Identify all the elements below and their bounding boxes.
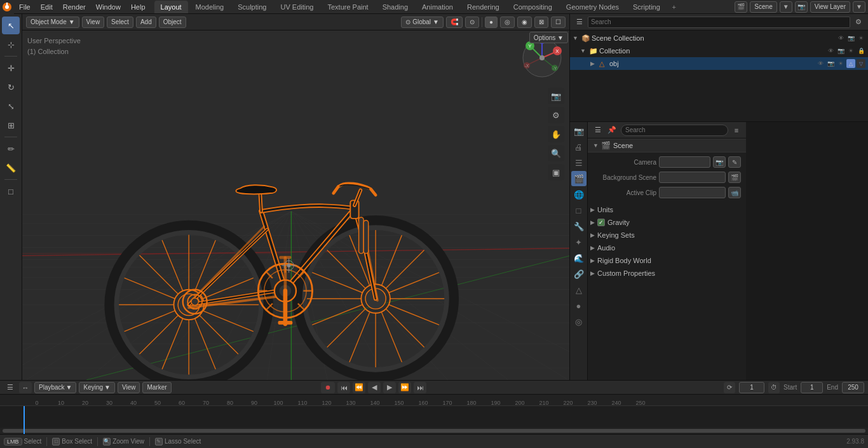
keying-btn[interactable]: Keying ▼ xyxy=(79,382,114,393)
tool-rotate[interactable]: ↻ xyxy=(2,78,20,96)
prop-icon-particles[interactable]: ✦ xyxy=(571,234,587,250)
tab-modeling[interactable]: Modeling xyxy=(189,1,231,13)
menu-help[interactable]: Help xyxy=(126,0,151,14)
scene-selector[interactable]: 🎬 xyxy=(735,1,747,13)
obj-eye-icon[interactable]: 👁 xyxy=(816,59,825,68)
custom-props-header[interactable]: ▶ Custom Properties xyxy=(588,267,746,280)
props-search-input[interactable] xyxy=(621,125,728,136)
sc-eye-icon[interactable]: 👁 xyxy=(836,34,845,43)
menu-render[interactable]: Render xyxy=(58,0,91,14)
obj-sun-icon[interactable]: ☀ xyxy=(836,59,845,68)
tab-layout[interactable]: Layout xyxy=(154,1,188,13)
outliner-obj[interactable]: ▶ △ obj 👁 📷 ☀ △ ▽ xyxy=(570,57,868,70)
camera-add-btn[interactable]: ✎ xyxy=(728,156,741,168)
viewport-options-dropdown[interactable]: Options ▼ xyxy=(529,32,568,43)
object-menu-btn[interactable]: Object xyxy=(159,17,186,28)
obj-camera-icon[interactable]: 📷 xyxy=(826,59,835,68)
outliner-scene-collection[interactable]: ▼ 📦 Scene Collection 👁 📷 ☀ xyxy=(570,32,868,44)
tab-scripting[interactable]: Scripting xyxy=(627,1,667,13)
render-mode-material[interactable]: ◎ xyxy=(500,17,515,28)
record-btn[interactable]: ⏺ xyxy=(321,382,335,393)
obj-mesh-icon[interactable]: △ xyxy=(846,59,855,68)
scene-name[interactable]: Scene xyxy=(750,1,776,13)
tab-texture-paint[interactable]: Texture Paint xyxy=(321,1,374,13)
menu-file[interactable]: File xyxy=(14,0,36,14)
tool-add-cube[interactable]: □ xyxy=(2,182,20,200)
tab-sculpting[interactable]: Sculpting xyxy=(231,1,273,13)
add-workspace-button[interactable]: + xyxy=(668,1,681,13)
col-eye-icon[interactable]: 👁 xyxy=(826,46,835,55)
prop-icon-shader[interactable]: ◎ xyxy=(571,314,587,329)
scene-collection-expand[interactable]: ▼ xyxy=(573,35,580,41)
scene-section-header[interactable]: ▼ 🎬 Scene xyxy=(588,139,746,153)
tool-measure[interactable]: 📏 xyxy=(2,159,20,177)
col-lock-icon[interactable]: 🔒 xyxy=(857,46,865,55)
render-mode-render[interactable]: ◉ xyxy=(517,17,532,28)
timeline-view-btn[interactable]: View xyxy=(118,382,140,393)
props-filter-btn[interactable]: ≡ xyxy=(731,125,742,136)
timeline-sync-btn[interactable]: ⟳ xyxy=(724,382,735,393)
view-layer-icon[interactable]: 📷 xyxy=(795,1,808,13)
gravity-header[interactable]: ▶ ✓ Gravity xyxy=(588,216,746,229)
tab-uv-editing[interactable]: UV Editing xyxy=(274,1,320,13)
step-back-btn[interactable]: ⏪ xyxy=(353,382,365,393)
viewport[interactable]: Object Mode ▼ View Select Add Object ⊙ G… xyxy=(22,14,569,380)
outliner-search-input[interactable] xyxy=(588,17,850,28)
active-clip-btn[interactable]: 📹 xyxy=(728,187,741,198)
outliner-collection[interactable]: ▼ 📁 Collection 👁 📷 ☀ 🔒 xyxy=(570,44,868,57)
prop-icon-world[interactable]: 🌐 xyxy=(571,187,587,202)
prop-icon-constraints[interactable]: 🔗 xyxy=(571,266,587,282)
timeline-scrollbar-track[interactable] xyxy=(0,428,868,434)
scene-extra-btn[interactable]: ▼ xyxy=(780,1,792,13)
outliner-filter-btn[interactable]: ⚙ xyxy=(853,17,864,28)
play-forward-btn[interactable]: ▶ xyxy=(383,382,396,393)
gravity-checkbox[interactable]: ✓ xyxy=(597,219,605,226)
viewport-options-btn[interactable]: ⚙ xyxy=(548,107,564,123)
audio-header[interactable]: ▶ Audio xyxy=(588,241,746,254)
snap-btn[interactable]: 🧲 xyxy=(446,17,463,28)
prop-icon-viewlayer[interactable]: ☰ xyxy=(571,155,587,170)
view-layer-extra-btn[interactable]: ▼ xyxy=(853,1,865,13)
timeline-body[interactable] xyxy=(0,406,868,434)
tool-move[interactable]: ✛ xyxy=(2,59,20,77)
tab-compositing[interactable]: Compositing xyxy=(507,1,559,13)
select-menu-btn[interactable]: Select xyxy=(107,17,133,28)
prop-icon-object[interactable]: □ xyxy=(571,203,587,218)
xray-btn[interactable]: ☐ xyxy=(551,17,566,28)
camera-value[interactable] xyxy=(659,156,710,168)
viewport-render-region-btn[interactable]: ▣ xyxy=(548,164,564,180)
menu-window[interactable]: Window xyxy=(91,0,126,14)
zoom-camera-btn[interactable]: 📷 xyxy=(548,88,564,104)
obj-filter-icon[interactable]: ▽ xyxy=(857,59,865,68)
keying-sets-header[interactable]: ▶ Keying Sets xyxy=(588,229,746,241)
timeline-menu-btn[interactable]: ☰ xyxy=(4,382,17,393)
tab-shading[interactable]: Shading xyxy=(376,1,414,13)
step-forward-btn[interactable]: ⏩ xyxy=(398,382,411,393)
start-frame-input[interactable]: 1 xyxy=(801,382,823,393)
props-header-menu[interactable]: ☰ xyxy=(592,124,604,137)
rigid-body-world-header[interactable]: ▶ Rigid Body World xyxy=(588,254,746,267)
tab-geometry-nodes[interactable]: Geometry Nodes xyxy=(560,1,625,13)
transform-space-btn[interactable]: ⊙ Global ▼ xyxy=(401,17,444,28)
prop-icon-modifiers[interactable]: 🔧 xyxy=(571,219,587,234)
col-camera-icon[interactable]: 📷 xyxy=(836,46,845,55)
outliner-menu-btn[interactable]: ☰ xyxy=(574,17,585,28)
proportional-btn[interactable]: ⊙ xyxy=(465,17,479,28)
props-header-pin[interactable]: 📌 xyxy=(606,124,618,137)
units-header[interactable]: ▶ Units xyxy=(588,203,746,216)
obj-expand[interactable]: ▶ xyxy=(590,60,598,67)
active-clip-value[interactable] xyxy=(659,187,726,198)
prop-icon-data[interactable]: △ xyxy=(571,282,587,297)
tool-cursor[interactable]: ⊹ xyxy=(2,36,20,53)
timeline-ruler[interactable]: 0 10 20 30 40 50 60 70 80 90 100 110 120… xyxy=(0,395,868,406)
end-frame-input[interactable]: 250 xyxy=(842,382,864,393)
tool-annotate[interactable]: ✏ xyxy=(2,140,20,158)
viewport-snap-btn[interactable]: ✋ xyxy=(548,126,564,142)
background-scene-value[interactable] xyxy=(659,172,726,183)
play-back-btn[interactable]: ◀ xyxy=(368,382,381,393)
marker-btn[interactable]: Marker xyxy=(142,382,171,393)
jump-end-btn[interactable]: ⏭ xyxy=(414,382,426,393)
prop-icon-scene[interactable]: 🎬 xyxy=(571,171,587,186)
jump-start-btn[interactable]: ⏮ xyxy=(337,382,350,393)
timeline-mode-icon[interactable]: ↔ xyxy=(19,382,32,393)
